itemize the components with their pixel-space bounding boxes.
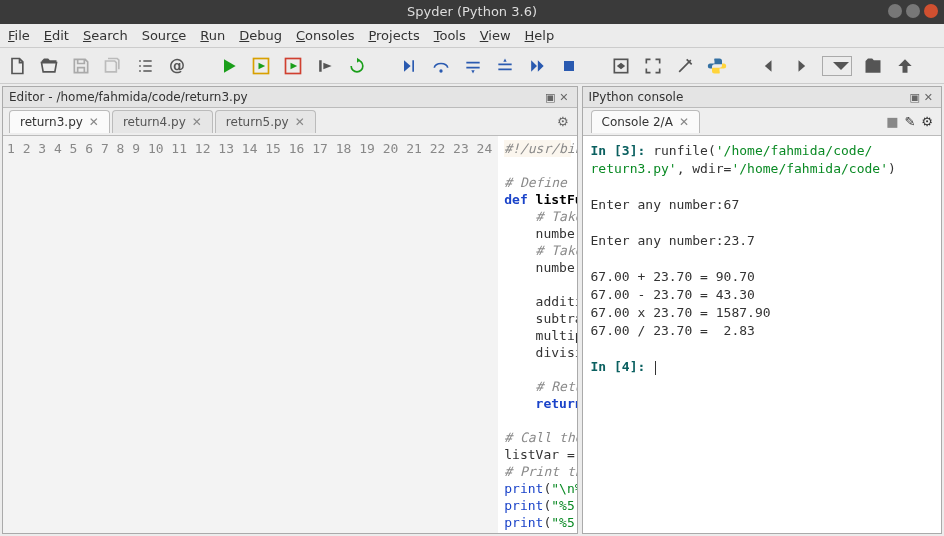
python-path-icon[interactable]	[706, 55, 728, 77]
code-editor[interactable]: 1 2 3 4 5 6 7 8 9 10 11 12 13 14 15 16 1…	[3, 136, 577, 533]
editor-pane: Editor - /home/fahmida/code/return3.py ▣…	[2, 86, 578, 534]
run-icon[interactable]	[218, 55, 240, 77]
console-pane: IPython console ▣ ✕ Console 2/A✕ ■ ✎ ⚙ I…	[582, 86, 942, 534]
forward-icon[interactable]	[790, 55, 812, 77]
cursor	[655, 361, 656, 375]
parent-dir-icon[interactable]	[894, 55, 916, 77]
tab-options-icon[interactable]: ⚙	[557, 114, 569, 129]
menu-view[interactable]: View	[480, 28, 511, 43]
rerun-icon[interactable]	[346, 55, 368, 77]
console-close-pane-icon[interactable]: ✕	[922, 91, 935, 104]
console-pane-title: IPython console	[589, 90, 684, 104]
window-titlebar: Spyder (Python 3.6)	[0, 0, 944, 24]
editor-close-pane-icon[interactable]: ✕	[557, 91, 570, 104]
menu-tools[interactable]: Tools	[434, 28, 466, 43]
list-icon[interactable]	[134, 55, 156, 77]
back-icon[interactable]	[758, 55, 780, 77]
new-file-icon[interactable]	[6, 55, 28, 77]
debug-step-in-icon[interactable]	[462, 55, 484, 77]
menu-run[interactable]: Run	[200, 28, 225, 43]
debug-step-over-icon[interactable]	[430, 55, 452, 77]
run-cell-advance-icon[interactable]	[282, 55, 304, 77]
save-icon[interactable]	[70, 55, 92, 77]
menu-projects[interactable]: Projects	[368, 28, 419, 43]
window-maximize-icon[interactable]	[906, 4, 920, 18]
working-dir-combo[interactable]	[822, 56, 852, 76]
toolbar: @	[0, 48, 944, 84]
menu-help[interactable]: Help	[525, 28, 555, 43]
fullscreen-icon[interactable]	[642, 55, 664, 77]
console-edit-icon[interactable]: ✎	[904, 114, 915, 129]
code-area[interactable]: #!/usr/bin/env python3 # Define function…	[498, 136, 576, 533]
window-close-icon[interactable]	[924, 4, 938, 18]
menu-search[interactable]: Search	[83, 28, 128, 43]
close-icon[interactable]: ✕	[89, 115, 99, 129]
close-icon[interactable]: ✕	[295, 115, 305, 129]
close-icon[interactable]: ✕	[679, 115, 689, 129]
console-output[interactable]: In [3]: runfile('/home/fahmida/code/ ret…	[583, 136, 941, 533]
maximize-pane-icon[interactable]	[610, 55, 632, 77]
menu-consoles[interactable]: Consoles	[296, 28, 354, 43]
debug-continue-icon[interactable]	[526, 55, 548, 77]
menu-debug[interactable]: Debug	[239, 28, 282, 43]
tab-return5[interactable]: return5.py✕	[215, 110, 316, 133]
browse-dir-icon[interactable]	[862, 55, 884, 77]
window-title: Spyder (Python 3.6)	[407, 4, 537, 19]
preferences-icon[interactable]	[674, 55, 696, 77]
debug-step-out-icon[interactable]	[494, 55, 516, 77]
tab-return4[interactable]: return4.py✕	[112, 110, 213, 133]
editor-dock-icon[interactable]: ▣	[543, 91, 557, 104]
tab-return3[interactable]: return3.py✕	[9, 110, 110, 133]
menu-file[interactable]: File	[8, 28, 30, 43]
open-file-icon[interactable]	[38, 55, 60, 77]
editor-pane-title: Editor - /home/fahmida/code/return3.py	[9, 90, 248, 104]
run-selection-icon[interactable]	[314, 55, 336, 77]
console-stop-icon[interactable]: ■	[886, 114, 898, 129]
debug-step-icon[interactable]	[398, 55, 420, 77]
menubar: File Edit Search Source Run Debug Consol…	[0, 24, 944, 48]
editor-tabbar: return3.py✕ return4.py✕ return5.py✕ ⚙	[3, 108, 577, 136]
svg-rect-3	[564, 61, 574, 71]
console-options-icon[interactable]: ⚙	[921, 114, 933, 129]
menu-edit[interactable]: Edit	[44, 28, 69, 43]
close-icon[interactable]: ✕	[192, 115, 202, 129]
run-cell-icon[interactable]	[250, 55, 272, 77]
debug-stop-icon[interactable]	[558, 55, 580, 77]
console-dock-icon[interactable]: ▣	[907, 91, 921, 104]
save-all-icon[interactable]	[102, 55, 124, 77]
console-tab[interactable]: Console 2/A✕	[591, 110, 700, 133]
svg-point-2	[439, 69, 442, 72]
at-icon[interactable]: @	[166, 55, 188, 77]
window-minimize-icon[interactable]	[888, 4, 902, 18]
line-gutter: 1 2 3 4 5 6 7 8 9 10 11 12 13 14 15 16 1…	[3, 136, 498, 533]
menu-source[interactable]: Source	[142, 28, 187, 43]
